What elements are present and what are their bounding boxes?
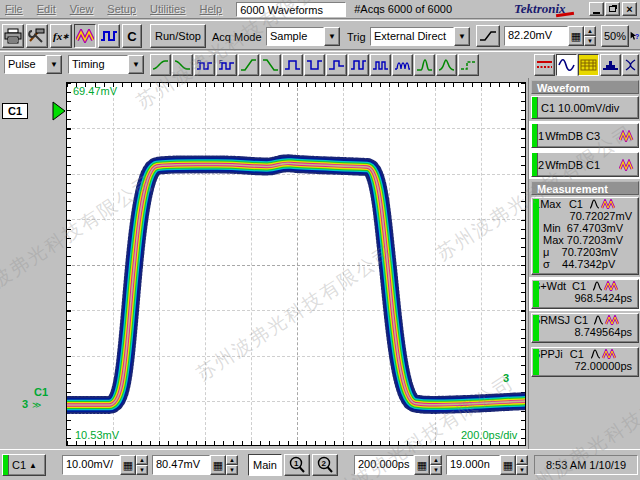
- graticule[interactable]: 69.47mV 10.53mV 200.0ps/div 3: [66, 82, 526, 446]
- menu-utilities[interactable]: Utilities: [150, 3, 185, 15]
- meas-burst-button[interactable]: [392, 54, 413, 76]
- measurement-ppji[interactable]: 6 PPJi C1 72.00000ps: [531, 347, 639, 377]
- waveform-row-label: C1 10.00mV/div: [538, 102, 619, 114]
- vertical-scale-down[interactable]: ▼: [136, 465, 148, 475]
- trig-level-keypad-button[interactable]: ▦: [568, 26, 584, 46]
- acq-mode-select[interactable]: Sample ▼: [266, 27, 340, 46]
- trig-level-up[interactable]: ▲: [584, 26, 596, 36]
- magnifier-2-icon: 2: [316, 456, 334, 474]
- restore-button[interactable]: [605, 2, 620, 16]
- meas-pos-width-button[interactable]: [282, 54, 303, 76]
- vertical-scale-keypad-button[interactable]: ▦: [120, 455, 136, 475]
- zoom2-button[interactable]: 2: [312, 454, 338, 476]
- meas-fall-button[interactable]: [172, 54, 193, 76]
- vertical-scale-control: 10.00mV/ ▦ ▲ ▼: [62, 455, 148, 475]
- horizontal-delay-down[interactable]: ▼: [516, 465, 528, 475]
- eye-diagram-button[interactable]: [622, 54, 639, 76]
- meas-step-button[interactable]: [458, 54, 479, 76]
- meas-peak-button[interactable]: [414, 54, 435, 76]
- histogram-display-button[interactable]: [600, 54, 621, 76]
- vector-display-button[interactable]: [556, 54, 577, 76]
- acq-mode-dropdown-arrow[interactable]: ▼: [324, 27, 340, 46]
- horizontal-delay-up[interactable]: ▲: [516, 455, 528, 465]
- main-timebase-button[interactable]: Main: [248, 454, 282, 476]
- tools-button[interactable]: [26, 24, 48, 48]
- meas-rising-edge-button[interactable]: [238, 54, 259, 76]
- vertical-offset-up[interactable]: ▲: [226, 455, 238, 465]
- waveform-db-icon: [602, 349, 616, 359]
- trig-slope-button[interactable]: [476, 25, 500, 47]
- zoom1-button[interactable]: 1: [284, 454, 310, 476]
- trig-source-select[interactable]: External Direct ▼: [370, 27, 470, 46]
- print-button[interactable]: [2, 24, 24, 48]
- meas-period-button[interactable]: P: [194, 54, 215, 76]
- trig-level-value[interactable]: 82.20mV: [504, 26, 568, 46]
- meas-frequency-button[interactable]: F: [216, 54, 237, 76]
- fx-button[interactable]: fx∗: [50, 24, 72, 48]
- graticule-top-value: 69.47mV: [73, 85, 117, 97]
- measurement-width[interactable]: 3 +Wdt C1 968.5424ps: [531, 279, 639, 309]
- meas-delay-button[interactable]: [370, 54, 391, 76]
- acq-mode-label: Acq Mode: [212, 31, 262, 43]
- trig-level-spinner[interactable]: ▲ ▼: [584, 26, 596, 46]
- menu-file[interactable]: File: [5, 3, 23, 15]
- menu-view[interactable]: View: [70, 3, 94, 15]
- horizontal-scale-up[interactable]: ▲: [430, 455, 442, 465]
- minimize-button[interactable]: [589, 2, 604, 16]
- horizontal-scale-keypad-button[interactable]: ▦: [414, 455, 430, 475]
- measurement-max[interactable]: 1 Max C1 70.72027mV Min 67.4703mV Max 70…: [531, 197, 639, 275]
- vertical-offset-down[interactable]: ▼: [226, 465, 238, 475]
- waveform-database-button[interactable]: [74, 24, 96, 48]
- context-help-button[interactable]: ?: [630, 25, 640, 47]
- horizontal-delay-keypad-button[interactable]: ▦: [500, 455, 516, 475]
- vertical-offset-keypad-button[interactable]: ▦: [210, 455, 226, 475]
- c-label: C: [127, 29, 136, 44]
- waveform-trace: [67, 83, 526, 446]
- waveform-row-wfmdb-c3[interactable]: 1 WfmDB C3: [531, 123, 639, 148]
- acq-mode-value: Sample: [266, 27, 324, 46]
- measurement-name: RMSJ: [540, 314, 570, 326]
- run-stop-button[interactable]: Run/Stop: [150, 24, 206, 48]
- horizontal-scale-spinner[interactable]: ▲ ▼: [430, 455, 442, 475]
- meas-falling-edge-button[interactable]: [260, 54, 281, 76]
- meas-pos-crossing-button[interactable]: [326, 54, 347, 76]
- horizontal-delay-value[interactable]: 19.000n: [446, 455, 500, 475]
- waveform-row-c1[interactable]: C1 10.00mV/div: [531, 96, 639, 119]
- color-grade-display-button[interactable]: [578, 54, 599, 76]
- measurement-rmsj[interactable]: 5 RMSJ C1 8.749564ps: [531, 313, 639, 343]
- menu-edit[interactable]: Edit: [37, 3, 56, 15]
- close-button[interactable]: ×: [622, 2, 637, 16]
- channel-select-button[interactable]: C1 ▲: [2, 454, 46, 476]
- channel-position-marker[interactable]: C1: [2, 103, 28, 119]
- measurement-source: C1: [569, 198, 583, 210]
- waveform-count-field: 6000 Waveforms: [236, 2, 346, 17]
- cursors-display-button[interactable]: [534, 54, 555, 76]
- measurement-name: +Wdt: [540, 280, 566, 292]
- cursor-button[interactable]: C: [122, 24, 142, 48]
- vertical-scale-spinner[interactable]: ▲ ▼: [136, 455, 148, 475]
- trig-dropdown-arrow[interactable]: ▼: [454, 27, 470, 46]
- timing-category-arrow[interactable]: ▼: [128, 55, 144, 74]
- menu-setup[interactable]: Setup: [107, 3, 136, 15]
- vertical-offset-spinner[interactable]: ▲ ▼: [226, 455, 238, 475]
- pulse-display-button[interactable]: [98, 24, 120, 48]
- meas-duty-cycle-button[interactable]: [348, 54, 369, 76]
- menu-help[interactable]: Help: [200, 3, 223, 15]
- display-zoom-button[interactable]: 50%: [601, 25, 629, 47]
- vertical-scale-up[interactable]: ▲: [136, 455, 148, 465]
- waveform-row-wfmdb-c1[interactable]: 2 WfmDB C1: [531, 152, 639, 177]
- horizontal-delay-spinner[interactable]: ▲ ▼: [516, 455, 528, 475]
- timing-category-select[interactable]: Timing ▼: [68, 55, 144, 74]
- trig-level-down[interactable]: ▼: [584, 36, 596, 46]
- pulse-category-arrow[interactable]: ▼: [46, 55, 62, 74]
- horizontal-scale-down[interactable]: ▼: [430, 465, 442, 475]
- meas-rise-button[interactable]: [150, 54, 171, 76]
- meas-neg-width-button[interactable]: [304, 54, 325, 76]
- vertical-offset-value[interactable]: 80.47mV: [152, 455, 210, 475]
- meas-area-button[interactable]: [436, 54, 457, 76]
- pulse-glyph-icon: [593, 315, 604, 325]
- main-toolbar: fx∗ C Run/Stop Acq Mode Sample ▼ Trig Ex…: [0, 20, 640, 50]
- horizontal-scale-value[interactable]: 200.000ps: [354, 455, 414, 475]
- pulse-category-select[interactable]: Pulse ▼: [4, 55, 62, 74]
- vertical-scale-value[interactable]: 10.00mV/: [62, 455, 120, 475]
